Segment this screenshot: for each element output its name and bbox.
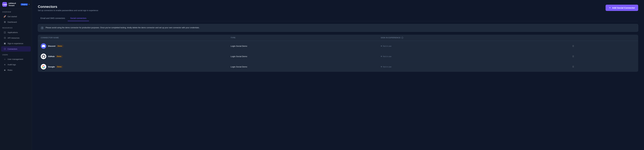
connector-label: Google Demo	[48, 66, 63, 68]
delete-discord-button[interactable]: 🗑	[571, 44, 576, 48]
connector-name-cell: Discord Demo	[38, 41, 228, 51]
status-dot	[381, 56, 382, 57]
sign-in-experience-info-icon[interactable]: i	[401, 37, 403, 39]
table-body: Discord Demo Logto Social Demo Not in us…	[38, 41, 638, 72]
connector-status-cell: Not in use	[378, 51, 568, 62]
connectors-table: Connector name Type Sign in Experience i	[38, 35, 638, 72]
demo-badge: Demo	[56, 45, 63, 47]
page-header: Connectors Set up connectors to enable p…	[38, 5, 638, 12]
table-row[interactable]: Discord Demo Logto Social Demo Not in us…	[38, 41, 638, 51]
status-dot	[381, 66, 382, 67]
sidebar-item-sign-in-experience[interactable]: ▣ Sign-in experience	[1, 41, 31, 46]
sidebar-item-label: Roles	[8, 69, 12, 71]
sidebar-item-applications[interactable]: ◫ Applications	[1, 30, 31, 35]
connector-type-cell: Logto Social Demo	[228, 41, 378, 51]
sidebar-item-label: Applications	[8, 31, 18, 34]
users-section-label: USERS	[0, 52, 32, 56]
sidebar-item-label: User management	[8, 58, 23, 60]
sidebar-item-label: Audit logs	[8, 64, 16, 66]
th-sign-in-experience: Sign in Experience i	[378, 35, 568, 41]
github-logo	[41, 54, 46, 59]
connector-type-cell: Logto Social Demo	[228, 51, 378, 62]
connector-name-cell: GitHub Demo	[38, 51, 228, 62]
sidebar-item-label: API resources	[8, 37, 20, 39]
info-banner: ℹ Please avoid using the demo connector …	[38, 24, 638, 32]
sidebar-item-label: Get started	[8, 16, 17, 18]
tab-social-connectors[interactable]: Social connectors	[68, 16, 89, 21]
connector-label: GitHub Demo	[48, 55, 62, 58]
sidebar-item-dashboard[interactable]: ⊞ Dashboard	[1, 19, 31, 24]
sidebar-item-api-resources[interactable]: ⌬ API resources	[1, 35, 31, 40]
staging-badge: Staging	[21, 3, 28, 6]
sidebar-item-audit-logs[interactable]: ≡ Audit logs	[1, 62, 31, 67]
dashboard-icon: ⊞	[4, 21, 6, 23]
roles-icon: ◈	[4, 69, 6, 71]
tabs-bar: Email and SMS connectors Social connecto…	[38, 16, 638, 21]
add-button-label: Add Social Connector	[612, 6, 635, 9]
user-icon: ○	[4, 58, 6, 60]
table-row[interactable]: GitHub Demo Logto Social Demo Not in use	[38, 51, 638, 62]
page-title: Connectors	[38, 5, 98, 9]
page-subtitle: Set up connectors to enable passwordless…	[38, 9, 98, 12]
table-row[interactable]: Google Demo Logto Social Demo Not in use	[38, 62, 638, 72]
monitor-icon: ▣	[4, 42, 6, 45]
google-logo	[41, 64, 46, 70]
main-content: Connectors Set up connectors to enable p…	[32, 0, 644, 150]
api-icon: ⌬	[4, 36, 6, 39]
discord-logo	[41, 43, 46, 49]
connector-actions-cell: 🗑	[568, 41, 638, 51]
connector-name-cell: Google Demo	[38, 62, 228, 72]
demo-badge: Demo	[56, 66, 63, 68]
sidebar-item-get-started[interactable]: 🚀 Get started	[1, 14, 31, 19]
page-title-group: Connectors Set up connectors to enable p…	[38, 5, 98, 12]
th-connector-name: Connector name	[38, 35, 228, 41]
logto-logo: Logto	[2, 2, 7, 7]
delete-google-button[interactable]: 🗑	[571, 65, 576, 68]
connector-status-cell: Not in use	[378, 41, 568, 51]
applications-icon: ◫	[4, 31, 6, 34]
connector-type-cell: Logto Social Demo	[228, 62, 378, 72]
connectors-icon: ⬡	[4, 48, 6, 50]
sidebar-item-user-management[interactable]: ○ User management	[1, 57, 31, 62]
connector-label: Discord Demo	[48, 45, 63, 47]
status-dot	[381, 46, 382, 46]
sidebar-item-label: Connectors	[8, 48, 17, 50]
add-social-connector-button[interactable]: ＋ Add Social Connector	[606, 5, 638, 11]
th-type: Type	[228, 35, 378, 41]
logo-bar: Logto m64wu4 Tenant Staging ▾	[0, 0, 32, 9]
sidebar-item-label: Sign-in experience	[8, 42, 23, 44]
rocket-icon: 🚀	[4, 15, 6, 18]
sidebar-item-connectors[interactable]: ⬡ Connectors	[1, 46, 31, 52]
tab-email-sms[interactable]: Email and SMS connectors	[38, 16, 68, 21]
connector-actions-cell: 🗑	[568, 62, 638, 72]
overview-section-label: OVERVIEW	[0, 9, 32, 14]
th-actions	[568, 35, 638, 41]
plus-icon: ＋	[609, 6, 611, 9]
info-banner-text: Please avoid using the demo connector fo…	[46, 26, 200, 29]
info-icon: ℹ	[40, 26, 44, 30]
delete-github-button[interactable]: 🗑	[571, 54, 576, 58]
table-header: Connector name Type Sign in Experience i	[38, 35, 638, 41]
chevron-down-icon: ▾	[29, 4, 30, 6]
sidebar-item-roles[interactable]: ◈ Roles	[1, 68, 31, 73]
connector-status-cell: Not in use	[378, 62, 568, 72]
resources-section-label: RESOURCES	[0, 25, 32, 30]
sidebar-item-label: Dashboard	[8, 21, 17, 23]
logs-icon: ≡	[4, 63, 6, 66]
connector-actions-cell: 🗑	[568, 51, 638, 62]
demo-badge: Demo	[56, 55, 62, 58]
tenant-name: m64wu4 Tenant	[8, 2, 20, 6]
sidebar: Logto m64wu4 Tenant Staging ▾ OVERVIEW 🚀…	[0, 0, 32, 150]
tenant-switcher[interactable]: m64wu4 Tenant Staging ▾	[8, 2, 30, 6]
